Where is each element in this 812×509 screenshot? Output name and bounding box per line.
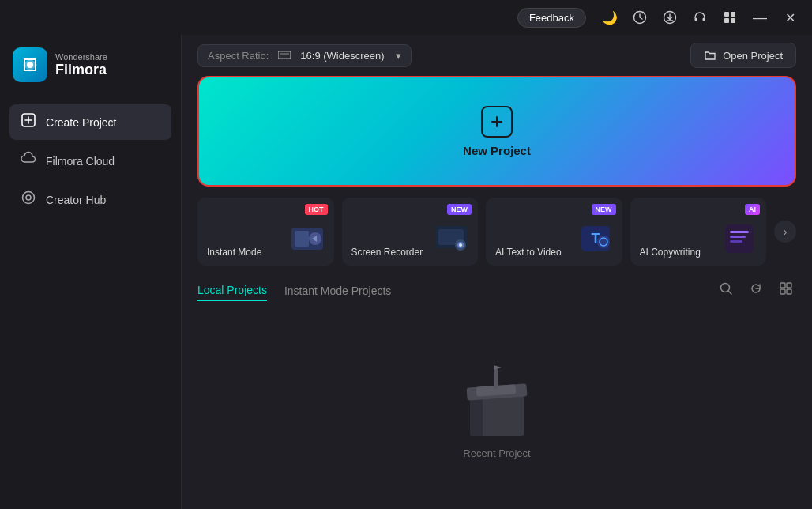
open-project-label: Open Project xyxy=(723,50,783,62)
instant-mode-badge: HOT xyxy=(305,204,328,215)
titlebar-actions: Feedback 🌙 xyxy=(517,5,803,30)
tile-ai-copywriting[interactable]: AI AI Copywriting xyxy=(630,198,767,266)
box-flag-pole xyxy=(494,368,498,389)
screen-recorder-badge: NEW xyxy=(447,204,472,215)
screen-recorder-icon-area xyxy=(429,217,473,261)
svg-rect-37 xyxy=(730,240,742,243)
tab-actions xyxy=(716,278,796,303)
svg-point-16 xyxy=(23,192,35,204)
ai-text-icon-area: T xyxy=(573,217,618,261)
new-project-banner[interactable]: New Project xyxy=(197,76,796,187)
ai-copy-badge: AI xyxy=(745,204,760,215)
svg-line-39 xyxy=(729,292,732,295)
brand-top: Wondershare xyxy=(55,52,107,62)
tile-instant-mode[interactable]: HOT Instant Mode xyxy=(197,198,334,266)
instant-mode-icon-area xyxy=(285,217,329,261)
grid-view-icon[interactable] xyxy=(776,278,796,303)
tab-instant-mode-projects[interactable]: Instant Mode Projects xyxy=(284,281,391,300)
close-button[interactable]: ✕ xyxy=(777,5,803,30)
svg-rect-8 xyxy=(724,12,729,17)
tiles-next-arrow[interactable]: › xyxy=(774,221,796,243)
content-topbar: Aspect Ratio: 16:9 (Widescreen) ▾ Open P… xyxy=(182,35,812,76)
filmora-cloud-icon xyxy=(21,151,36,171)
download-icon[interactable] xyxy=(657,5,682,30)
create-project-icon xyxy=(21,112,36,132)
titlebar: Feedback 🌙 xyxy=(0,0,812,35)
new-project-inner: New Project xyxy=(463,106,531,157)
svg-rect-9 xyxy=(731,12,735,17)
history-icon[interactable] xyxy=(627,5,652,30)
svg-rect-18 xyxy=(278,51,291,59)
support-icon[interactable] xyxy=(687,5,712,30)
empty-state: Recent Project xyxy=(197,315,796,509)
svg-point-17 xyxy=(26,195,31,200)
aspect-ratio-chevron: ▾ xyxy=(396,50,401,62)
projects-tabs: Local Projects Instant Mode Projects xyxy=(197,278,796,303)
refresh-icon[interactable] xyxy=(746,278,766,303)
svg-rect-43 xyxy=(787,289,791,294)
aspect-ratio-selector[interactable]: Aspect Ratio: 16:9 (Widescreen) ▾ xyxy=(197,44,412,67)
tile-label-ai-text: AI Text to Video xyxy=(495,247,562,258)
svg-point-29 xyxy=(459,243,462,247)
aspect-ratio-label: Aspect Ratio: xyxy=(208,50,269,62)
sidebar-item-label-creator-hub: Creator Hub xyxy=(46,194,106,206)
sidebar: Wondershare Filmora Create Project Fil xyxy=(0,35,182,509)
tile-ai-text-to-video[interactable]: NEW AI Text to Video T xyxy=(486,198,622,266)
minimize-button[interactable]: — xyxy=(747,5,773,30)
tile-label-ai-copy: AI Copywriting xyxy=(640,247,701,258)
app-logo xyxy=(13,47,47,82)
svg-rect-35 xyxy=(730,231,749,233)
empty-state-illustration xyxy=(457,365,536,436)
svg-rect-10 xyxy=(724,18,729,23)
main-layout: Wondershare Filmora Create Project Fil xyxy=(0,35,812,509)
quick-tiles: HOT Instant Mode NEW Screen Recorder xyxy=(182,198,812,266)
svg-point-12 xyxy=(27,62,33,68)
tile-label-screen-recorder: Screen Recorder xyxy=(351,247,423,258)
svg-rect-41 xyxy=(787,283,791,288)
svg-rect-7 xyxy=(703,18,705,21)
search-icon[interactable] xyxy=(716,278,736,303)
sidebar-item-create-project[interactable]: Create Project xyxy=(9,104,171,140)
sidebar-item-label-filmora-cloud: Filmora Cloud xyxy=(46,155,115,168)
aspect-ratio-value: 16:9 (Widescreen) xyxy=(300,50,384,62)
svg-rect-34 xyxy=(725,224,754,253)
content-area: Aspect Ratio: 16:9 (Widescreen) ▾ Open P… xyxy=(182,35,812,509)
ai-copy-icon-area xyxy=(717,217,761,261)
sidebar-item-creator-hub[interactable]: Creator Hub xyxy=(9,182,171,217)
tile-screen-recorder[interactable]: NEW Screen Recorder xyxy=(342,198,479,266)
creator-hub-icon xyxy=(21,190,36,209)
theme-toggle-icon[interactable]: 🌙 xyxy=(597,5,622,30)
logo-text: Wondershare Filmora xyxy=(55,52,107,78)
sidebar-item-label-create-project: Create Project xyxy=(46,116,116,129)
svg-rect-6 xyxy=(695,18,697,21)
new-project-plus-icon xyxy=(481,106,513,138)
ai-text-badge: NEW xyxy=(592,204,616,215)
svg-rect-23 xyxy=(295,231,309,247)
feedback-button[interactable]: Feedback xyxy=(517,8,586,28)
layout-icon[interactable] xyxy=(717,5,742,30)
svg-rect-42 xyxy=(780,289,785,294)
svg-rect-36 xyxy=(730,236,746,238)
brand-name: Filmora xyxy=(55,62,107,78)
tab-local-projects[interactable]: Local Projects xyxy=(197,281,267,301)
open-project-button[interactable]: Open Project xyxy=(690,43,796,68)
logo-area: Wondershare Filmora xyxy=(9,47,171,82)
empty-state-label: Recent Project xyxy=(463,447,530,459)
new-project-label: New Project xyxy=(463,144,531,157)
tile-label-instant-mode: Instant Mode xyxy=(207,247,261,258)
svg-point-38 xyxy=(721,284,730,292)
projects-section: Local Projects Instant Mode Projects xyxy=(182,278,812,509)
sidebar-item-filmora-cloud[interactable]: Filmora Cloud xyxy=(9,143,171,179)
svg-rect-40 xyxy=(780,283,785,288)
svg-rect-11 xyxy=(731,18,735,23)
